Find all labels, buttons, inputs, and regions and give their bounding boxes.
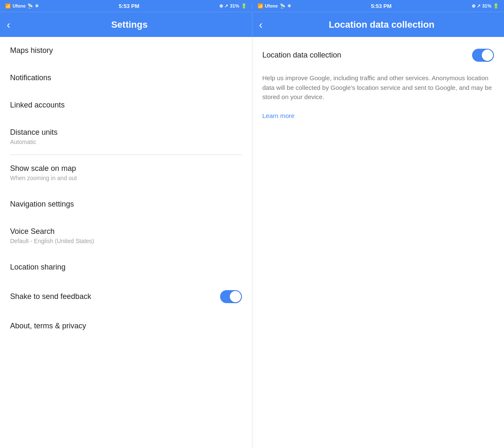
time-left: 5:53 PM xyxy=(119,3,139,9)
carrier-right: Ufone xyxy=(265,3,278,8)
location-data-collection-toggle[interactable] xyxy=(472,49,494,62)
settings-item-show-scale[interactable]: Show scale on map When zooming in and ou… xyxy=(0,155,252,191)
show-scale-subtitle: When zooming in and out xyxy=(10,175,242,181)
battery-icon-left: 🔋 xyxy=(241,3,247,9)
shake-feedback-toggle-knob xyxy=(230,291,241,302)
status-bar-right: 📶 Ufone 📡 ✳ 5:53 PM ⊕ ↗ 31% 🔋 xyxy=(252,3,504,9)
status-bar-left: 📶 Ufone 📡 ✳ 5:53 PM ⊕ ↗ 31% 🔋 xyxy=(0,3,252,9)
right-icons-right: ⊕ ↗ 31% 🔋 xyxy=(472,3,499,9)
location-back-button[interactable]: ‹ xyxy=(259,18,266,32)
location-title: Location data collection xyxy=(266,19,497,30)
location-sharing-title: Location sharing xyxy=(10,263,242,272)
status-icons-left: 📶 Ufone 📡 ✳ xyxy=(5,3,39,9)
location-data-collection-row: Location data collection xyxy=(252,37,504,73)
location-description-text: Help us improve Google, including traffi… xyxy=(262,74,492,100)
distance-units-subtitle: Automatic xyxy=(10,139,242,145)
navigation-settings-title: Navigation settings xyxy=(10,200,242,209)
wifi-icon-left: 📡 xyxy=(27,3,33,9)
right-icons-left: ⊕ ↗ 31% 🔋 xyxy=(219,3,247,9)
location-icon-right: ⊕ ↗ xyxy=(472,3,480,9)
header: ‹ Settings ‹ Location data collection xyxy=(0,12,504,37)
shake-feedback-toggle[interactable] xyxy=(220,290,242,303)
voice-search-subtitle: Default - English (United States) xyxy=(10,238,242,244)
settings-panel: Maps history Notifications Linked accoun… xyxy=(0,37,252,448)
header-right: ‹ Location data collection xyxy=(252,12,504,37)
time-right: 5:53 PM xyxy=(371,3,391,9)
battery-left: 31% xyxy=(230,3,239,8)
brightness-icon-right: ✳ xyxy=(287,3,291,9)
settings-item-navigation[interactable]: Navigation settings xyxy=(0,191,252,218)
settings-item-distance-units[interactable]: Distance units Automatic xyxy=(0,119,252,155)
settings-item-voice-search[interactable]: Voice Search Default - English (United S… xyxy=(0,218,252,254)
settings-item-shake-feedback[interactable]: Shake to send feedback xyxy=(0,281,252,312)
voice-search-title: Voice Search xyxy=(10,227,242,236)
settings-item-about[interactable]: About, terms & privacy xyxy=(0,312,252,340)
settings-title: Settings xyxy=(14,19,245,30)
location-panel: Location data collection Help us improve… xyxy=(252,37,504,448)
linked-accounts-title: Linked accounts xyxy=(10,101,242,110)
shake-feedback-title: Shake to send feedback xyxy=(10,292,91,301)
settings-item-maps-history[interactable]: Maps history xyxy=(0,37,252,64)
header-left: ‹ Settings xyxy=(0,12,252,37)
distance-units-title: Distance units xyxy=(10,128,242,137)
location-icon-left: ⊕ ↗ xyxy=(219,3,228,9)
status-icons-right: 📶 Ufone 📡 ✳ xyxy=(257,3,291,9)
signal-icon-right: 📶 xyxy=(257,3,263,9)
show-scale-title: Show scale on map xyxy=(10,164,242,173)
battery-right: 31% xyxy=(482,3,491,8)
settings-item-location-sharing[interactable]: Location sharing xyxy=(0,254,252,281)
battery-icon-right: 🔋 xyxy=(493,3,499,9)
location-data-collection-toggle-knob xyxy=(482,50,493,61)
location-description: Help us improve Google, including traffi… xyxy=(252,73,504,131)
main-content: Maps history Notifications Linked accoun… xyxy=(0,37,504,448)
settings-item-linked-accounts[interactable]: Linked accounts xyxy=(0,92,252,119)
status-bar: 📶 Ufone 📡 ✳ 5:53 PM ⊕ ↗ 31% 🔋 📶 Ufone 📡 … xyxy=(0,0,504,12)
carrier-left: Ufone xyxy=(13,3,26,8)
settings-item-notifications[interactable]: Notifications xyxy=(0,64,252,92)
location-data-collection-label: Location data collection xyxy=(262,51,341,60)
wifi-icon-right: 📡 xyxy=(280,3,286,9)
settings-back-button[interactable]: ‹ xyxy=(7,18,14,32)
about-title: About, terms & privacy xyxy=(10,322,242,330)
learn-more-link[interactable]: Learn more xyxy=(262,112,295,119)
signal-icon-left: 📶 xyxy=(5,3,11,9)
maps-history-title: Maps history xyxy=(10,46,242,55)
notifications-title: Notifications xyxy=(10,73,242,82)
brightness-icon-left: ✳ xyxy=(35,3,39,9)
